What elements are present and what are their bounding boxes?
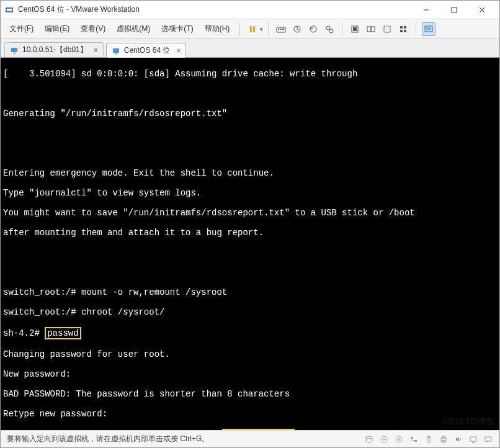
svg-point-15 <box>329 29 333 33</box>
svg-rect-22 <box>404 26 406 29</box>
svg-rect-28 <box>13 53 16 54</box>
snapshot-manager-button[interactable] <box>323 22 336 36</box>
snapshot-revert-button[interactable] <box>306 22 320 36</box>
highlight-passwd: passwd <box>45 327 81 339</box>
menubar: 文件(F) 编辑(E) 查看(V) 虚拟机(M) 选项卡(T) 帮助(H) ▾ <box>1 19 499 39</box>
svg-rect-6 <box>250 26 252 32</box>
terminal-line: switch_root:/# chroot /sysroot/ <box>3 307 497 317</box>
svg-rect-11 <box>282 29 284 30</box>
terminal-line: after mounting them and attach it to a b… <box>3 228 497 238</box>
svg-point-35 <box>398 438 400 440</box>
chevron-down-icon[interactable]: ▾ <box>260 26 263 32</box>
svg-rect-29 <box>113 48 119 53</box>
svg-rect-36 <box>411 437 413 439</box>
app-icon <box>4 5 14 15</box>
terminal-line: sh-4.2# passwd <box>3 327 497 339</box>
vm-icon <box>10 46 19 55</box>
thumbnail-view-button[interactable] <box>396 22 410 36</box>
message-icon[interactable] <box>483 434 493 444</box>
terminal-line: You might want to save "/run/initramfs/r… <box>3 208 497 218</box>
terminal-line: New password: <box>3 369 497 379</box>
svg-point-34 <box>396 436 402 442</box>
tab-label: 10.0.0.51-【db01】 <box>22 45 87 55</box>
menu-vm[interactable]: 虚拟机(M) <box>112 21 155 37</box>
tab-label: CentOS 64 位 <box>124 45 171 56</box>
statusbar: 要将输入定向到该虚拟机，请在虚拟机内部单击或按 Ctrl+G。 <box>1 430 499 447</box>
svg-rect-41 <box>442 436 445 438</box>
svg-rect-43 <box>470 437 476 441</box>
svg-rect-26 <box>426 27 431 30</box>
terminal-line: Type "journalctl" to view system logs. <box>3 188 497 198</box>
usb-icon[interactable] <box>424 434 434 444</box>
sound-icon[interactable] <box>453 434 463 444</box>
svg-rect-7 <box>253 26 255 32</box>
svg-rect-18 <box>367 27 371 32</box>
minimize-button[interactable] <box>412 1 440 19</box>
svg-rect-9 <box>278 29 279 30</box>
tabbar: 10.0.0.51-【db01】 × CentOS 64 位 × <box>1 39 499 58</box>
svg-rect-3 <box>452 7 457 12</box>
svg-rect-37 <box>414 440 417 442</box>
separator <box>268 22 269 36</box>
window-titlebar: CentOS 64 位 - VMware Workstation <box>1 1 499 19</box>
terminal-line: switch_root:/# mount -o rw,remount /sysr… <box>3 287 497 297</box>
terminal-line: Retype new password: <box>3 409 497 419</box>
separator <box>239 22 240 36</box>
svg-rect-30 <box>115 53 117 55</box>
fullscreen-button[interactable] <box>348 22 362 36</box>
svg-rect-27 <box>11 48 17 52</box>
menu-view[interactable]: 查看(V) <box>76 21 110 37</box>
snapshot-button[interactable] <box>290 22 304 36</box>
status-text: 要将输入定向到该虚拟机，请在虚拟机内部单击或按 Ctrl+G。 <box>7 434 358 444</box>
terminal-line: [ 3.501094] sd 0:0:0:0: [sda] Assuming d… <box>3 69 497 79</box>
printer-icon[interactable] <box>439 434 449 444</box>
display-icon[interactable] <box>468 434 478 444</box>
separator <box>342 22 342 36</box>
vm-icon <box>112 47 120 55</box>
terminal-line: BAD PASSWORD: The password is shorter th… <box>3 389 497 399</box>
send-ctrl-alt-del-button[interactable] <box>274 22 288 36</box>
tab-centos[interactable]: CentOS 64 位 × <box>106 43 187 58</box>
svg-rect-45 <box>485 437 491 441</box>
menu-edit[interactable]: 编辑(E) <box>40 21 74 37</box>
terminal-line: Entering emergency mode. Exit the shell … <box>3 168 497 178</box>
menu-help[interactable]: 帮助(H) <box>200 21 235 37</box>
svg-rect-10 <box>280 29 281 30</box>
hdd-icon[interactable] <box>379 434 389 444</box>
tab-close-icon[interactable]: × <box>176 47 181 55</box>
stretch-guest-button[interactable] <box>422 22 435 36</box>
network-icon[interactable] <box>409 434 419 444</box>
unity-button[interactable] <box>364 22 378 36</box>
terminal-line <box>3 148 497 158</box>
window-title: CentOS 64 位 - VMware Workstation <box>18 4 412 15</box>
svg-point-14 <box>326 26 330 30</box>
svg-rect-23 <box>400 30 403 32</box>
svg-rect-19 <box>371 27 375 32</box>
pause-button[interactable] <box>246 22 259 36</box>
prompt: sh-4.2# <box>3 328 45 338</box>
svg-rect-44 <box>472 442 475 443</box>
console-view-button[interactable] <box>380 22 394 36</box>
cd-icon[interactable] <box>394 434 404 444</box>
tab-close-icon[interactable]: × <box>94 46 98 55</box>
terminal-line <box>3 128 497 138</box>
svg-point-31 <box>366 436 372 439</box>
svg-rect-20 <box>384 26 390 32</box>
terminal-line <box>3 89 497 99</box>
separator <box>416 22 416 36</box>
terminal-line: passwd: all authentication tokens update… <box>3 429 497 430</box>
svg-rect-21 <box>400 26 403 29</box>
highlight-successfully: successfully. <box>222 429 295 430</box>
maximize-button[interactable] <box>440 1 468 19</box>
menu-file[interactable]: 文件(F) <box>4 21 38 37</box>
close-button[interactable] <box>468 1 496 19</box>
tab-db01[interactable]: 10.0.0.51-【db01】 × <box>4 42 104 57</box>
menu-tabs[interactable]: 选项卡(T) <box>156 21 198 37</box>
disk-icon[interactable] <box>364 434 374 444</box>
svg-rect-1 <box>7 9 12 11</box>
svg-rect-24 <box>404 30 406 32</box>
terminal-line: Generating "/run/initramfs/rdsosreport.t… <box>3 109 497 119</box>
terminal-view[interactable]: [ 3.501094] sd 0:0:0:0: [sda] Assuming d… <box>1 58 499 430</box>
terminal-line <box>3 267 497 277</box>
svg-rect-17 <box>353 27 357 31</box>
